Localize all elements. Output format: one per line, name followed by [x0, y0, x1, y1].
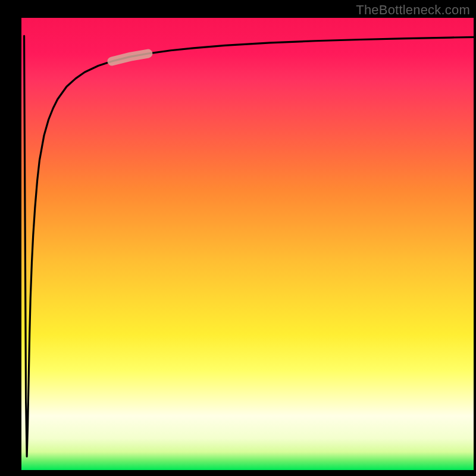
- attribution-text: TheBottleneck.com: [356, 2, 470, 18]
- x-axis: [18, 470, 476, 474]
- chart-stage: TheBottleneck.com: [0, 0, 476, 476]
- highlight-segment: [112, 54, 148, 61]
- bottleneck-curve: [24, 36, 474, 456]
- curve-layer: [21, 18, 474, 470]
